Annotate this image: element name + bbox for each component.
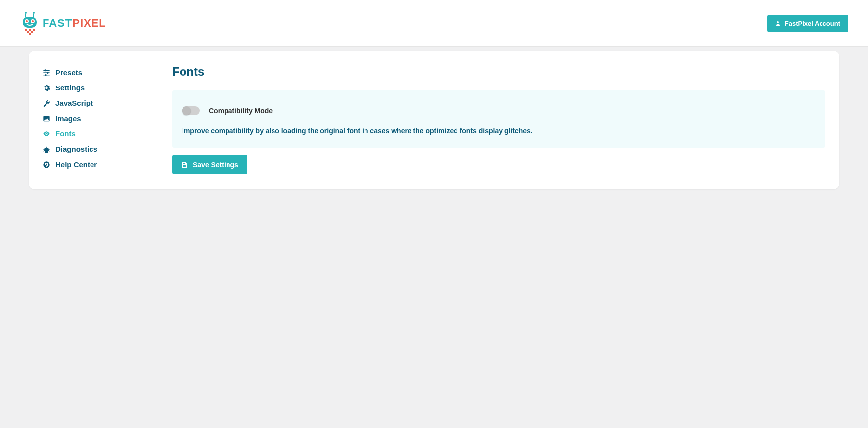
sidebar: Presets Settings JavaScript: [43, 65, 172, 175]
sidebar-item-diagnostics[interactable]: Diagnostics: [43, 141, 172, 157]
sidebar-item-label: Settings: [55, 84, 85, 92]
account-button-label: FastPixel Account: [785, 20, 840, 27]
svg-rect-9: [25, 29, 27, 31]
bug-icon: [43, 145, 50, 153]
svg-point-0: [25, 12, 27, 14]
sidebar-item-label: Help Center: [55, 160, 97, 169]
svg-point-21: [45, 74, 47, 76]
svg-point-7: [26, 20, 28, 22]
save-button-label: Save Settings: [193, 161, 238, 169]
logo-text-fast: FAST: [43, 17, 72, 29]
svg-point-20: [47, 72, 49, 74]
logo-icon: [20, 11, 40, 36]
toggle-knob: [182, 106, 191, 115]
setting-label: Compatibility Mode: [209, 107, 273, 115]
wrench-icon: [43, 99, 50, 107]
sidebar-item-label: JavaScript: [55, 99, 93, 107]
svg-rect-12: [27, 31, 29, 33]
sidebar-item-presets[interactable]: Presets: [43, 65, 172, 80]
gear-icon: [43, 84, 50, 92]
save-settings-button[interactable]: Save Settings: [172, 155, 247, 174]
header: FASTPIXEL FastPixel Account: [0, 0, 868, 47]
sidebar-item-images[interactable]: Images: [43, 111, 172, 126]
logo: FASTPIXEL: [20, 11, 106, 36]
sidebar-item-label: Fonts: [55, 129, 76, 138]
save-icon: [181, 161, 188, 168]
image-icon: [43, 115, 50, 123]
sidebar-item-fonts[interactable]: Fonts: [43, 126, 172, 141]
help-icon: [43, 161, 50, 169]
svg-rect-10: [29, 29, 31, 31]
svg-point-2: [33, 12, 35, 14]
sidebar-item-label: Images: [55, 114, 81, 123]
svg-rect-13: [31, 31, 33, 33]
svg-point-22: [46, 133, 47, 134]
main-wrapper: Presets Settings JavaScript: [0, 47, 868, 193]
svg-rect-11: [33, 29, 35, 31]
card: Presets Settings JavaScript: [29, 51, 839, 189]
svg-point-15: [777, 21, 779, 23]
sliders-icon: [43, 69, 50, 77]
account-button[interactable]: FastPixel Account: [767, 15, 848, 32]
user-icon: [775, 20, 781, 26]
logo-text: FASTPIXEL: [43, 17, 106, 30]
sidebar-item-help-center[interactable]: Help Center: [43, 157, 172, 172]
sidebar-item-javascript[interactable]: JavaScript: [43, 95, 172, 111]
sidebar-item-settings[interactable]: Settings: [43, 80, 172, 95]
svg-rect-4: [23, 17, 37, 28]
sidebar-item-label: Presets: [55, 68, 82, 77]
compatibility-mode-toggle[interactable]: [182, 106, 200, 115]
setting-box: Compatibility Mode Improve compatibility…: [172, 90, 825, 148]
svg-rect-14: [29, 33, 31, 35]
page-title: Fonts: [172, 65, 825, 79]
sidebar-item-label: Diagnostics: [55, 145, 97, 153]
eye-icon: [43, 130, 50, 138]
content: Fonts Compatibility Mode Improve compati…: [172, 65, 825, 175]
setting-row: Compatibility Mode: [182, 106, 816, 115]
svg-point-19: [44, 69, 46, 71]
svg-point-8: [32, 20, 34, 22]
logo-text-pixel: PIXEL: [72, 17, 106, 29]
setting-description: Improve compatibility by also loading th…: [182, 127, 816, 135]
